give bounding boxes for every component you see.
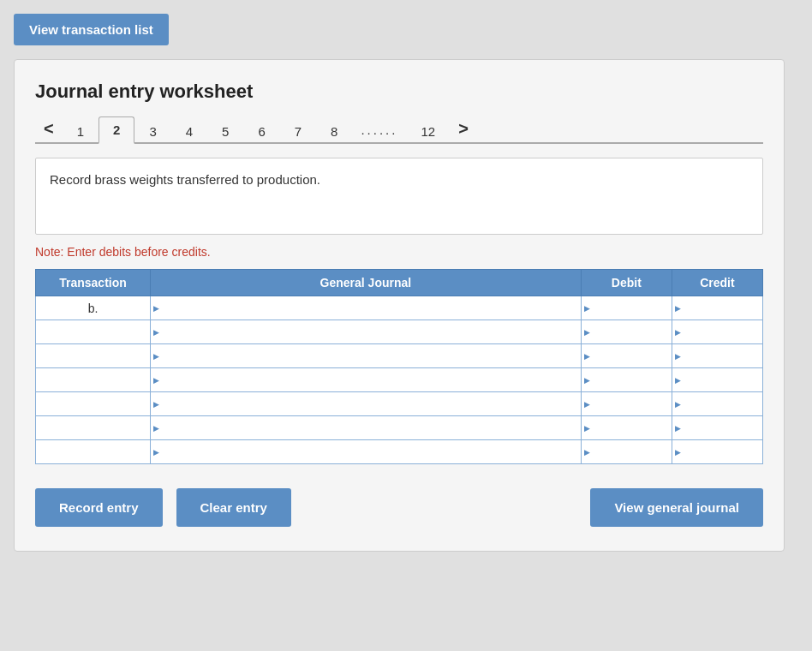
debit-cell-1[interactable] [581, 296, 672, 320]
table-row [36, 440, 763, 464]
journal-input-7[interactable] [151, 440, 581, 463]
record-entry-button[interactable]: Record entry [35, 488, 163, 527]
credit-input-7[interactable] [672, 440, 762, 463]
debit-input-5[interactable] [582, 392, 672, 415]
col-transaction: Transaction [36, 270, 151, 296]
tab-8[interactable]: 8 [316, 118, 352, 144]
view-transaction-button[interactable]: View transaction list [14, 14, 169, 45]
debit-input-4[interactable] [582, 368, 672, 391]
card-title: Journal entry worksheet [35, 81, 763, 103]
table-row [36, 368, 763, 392]
transaction-cell-2 [36, 320, 151, 344]
transaction-cell-3 [36, 344, 151, 368]
debit-input-6[interactable] [582, 416, 672, 439]
debit-cell-2[interactable] [581, 320, 672, 344]
tab-ellipsis: ...... [352, 117, 406, 142]
debit-cell-7[interactable] [581, 440, 672, 464]
clear-entry-button[interactable]: Clear entry [176, 488, 291, 527]
transaction-cell-6 [36, 416, 151, 440]
credit-cell-4[interactable] [672, 368, 762, 392]
transaction-cell-1: b. [36, 296, 151, 320]
col-credit: Credit [672, 270, 762, 296]
credit-cell-1[interactable] [672, 296, 762, 320]
credit-input-5[interactable] [672, 392, 762, 415]
table-row: b. [36, 296, 763, 320]
debit-input-3[interactable] [582, 344, 672, 367]
table-row [36, 320, 763, 344]
journal-cell-4[interactable] [151, 368, 582, 392]
table-row [36, 344, 763, 368]
note-text: Note: Enter debits before credits. [35, 245, 763, 259]
tab-12[interactable]: 12 [406, 118, 450, 144]
credit-cell-5[interactable] [672, 392, 762, 416]
journal-cell-6[interactable] [151, 416, 582, 440]
col-general-journal: General Journal [151, 270, 582, 296]
debit-cell-6[interactable] [581, 416, 672, 440]
journal-cell-1[interactable] [151, 296, 582, 320]
credit-cell-7[interactable] [672, 440, 762, 464]
journal-table: Transaction General Journal Debit Credit… [35, 269, 763, 464]
journal-cell-7[interactable] [151, 440, 582, 464]
debit-input-2[interactable] [582, 320, 672, 343]
debit-cell-4[interactable] [581, 368, 672, 392]
journal-cell-5[interactable] [151, 392, 582, 416]
journal-cell-3[interactable] [151, 344, 582, 368]
main-card: Journal entry worksheet < 1 2 3 4 5 6 7 … [14, 59, 785, 552]
credit-input-3[interactable] [672, 344, 762, 367]
transaction-cell-5 [36, 392, 151, 416]
credit-cell-2[interactable] [672, 320, 762, 344]
table-row [36, 392, 763, 416]
debit-input-1[interactable] [582, 296, 672, 320]
debit-cell-3[interactable] [581, 344, 672, 368]
journal-input-5[interactable] [151, 392, 581, 415]
debit-cell-5[interactable] [581, 392, 672, 416]
journal-input-4[interactable] [151, 368, 581, 391]
tab-2[interactable]: 2 [99, 116, 134, 144]
credit-cell-3[interactable] [672, 344, 762, 368]
journal-input-2[interactable] [151, 320, 581, 343]
col-debit: Debit [581, 270, 672, 296]
view-general-journal-button[interactable]: View general journal [590, 488, 763, 527]
next-tab-button[interactable]: > [450, 116, 477, 140]
tab-7[interactable]: 7 [280, 118, 316, 144]
credit-input-4[interactable] [672, 368, 762, 391]
tab-1[interactable]: 1 [63, 118, 99, 144]
journal-input-3[interactable] [151, 344, 581, 367]
tab-6[interactable]: 6 [243, 118, 279, 144]
description-box: Record brass weights transferred to prod… [35, 158, 763, 235]
transaction-cell-7 [36, 440, 151, 464]
journal-input-1[interactable] [151, 296, 581, 320]
credit-input-2[interactable] [672, 320, 762, 343]
tab-3[interactable]: 3 [134, 118, 170, 144]
buttons-row: Record entry Clear entry View general jo… [35, 488, 763, 527]
credit-input-6[interactable] [672, 416, 762, 439]
prev-tab-button[interactable]: < [35, 116, 63, 140]
journal-cell-2[interactable] [151, 320, 582, 344]
table-row [36, 416, 763, 440]
tab-5[interactable]: 5 [207, 118, 243, 144]
credit-cell-6[interactable] [672, 416, 762, 440]
transaction-cell-4 [36, 368, 151, 392]
credit-input-1[interactable] [672, 296, 762, 320]
debit-input-7[interactable] [582, 440, 672, 463]
tabs-row: < 1 2 3 4 5 6 7 8 ...... 12 > [35, 116, 763, 144]
journal-input-6[interactable] [151, 416, 581, 439]
tab-4[interactable]: 4 [171, 118, 207, 144]
